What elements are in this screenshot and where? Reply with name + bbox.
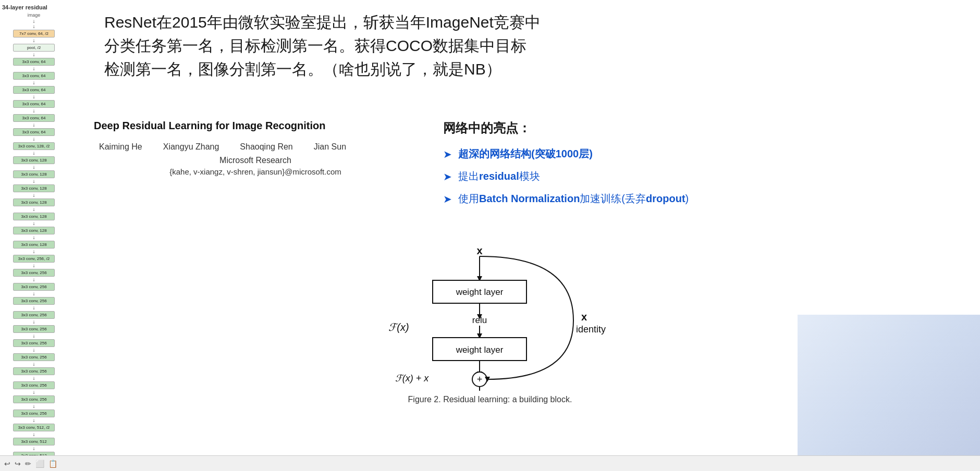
sidebar-arrow-25: ↓ xyxy=(13,376,55,381)
sidebar-block-23: 3x3 conv, 256 xyxy=(13,353,55,361)
svg-text:ℱ(x) + x: ℱ(x) + x xyxy=(395,373,430,383)
sidebar-arrow-23: ↓ xyxy=(13,348,55,353)
sidebar-arrow-5: ↓ xyxy=(13,94,55,100)
paper-authors: Kaiming He Xiangyu Zhang Shaoqing Ren Ji… xyxy=(94,142,417,152)
svg-text:ℱ(x): ℱ(x) xyxy=(388,321,409,333)
sidebar-block-17: 3x3 conv, 256 xyxy=(13,269,55,277)
sidebar-arrow-13: ↓ xyxy=(13,207,55,212)
sidebar-arrow-3: ↓ xyxy=(13,66,55,71)
residual-diagram: x weight layer relu weight layer xyxy=(344,245,636,391)
sidebar-block-24: 3x3 conv, 256 xyxy=(13,367,55,375)
svg-text:x: x xyxy=(581,311,587,323)
svg-text:weight layer: weight layer xyxy=(456,345,504,355)
sidebar-title: 34-layer residual xyxy=(2,4,66,10)
sidebar-block-27: 3x3 conv, 256 xyxy=(13,410,55,417)
main-content: ResNet在2015年由微软实验室提出，斩获当年ImageNet竞赛中 分类任… xyxy=(73,0,980,471)
sidebar-block-25: 3x3 conv, 256 xyxy=(13,381,55,389)
sidebar-block-14: 3x3 conv, 128 xyxy=(13,227,55,234)
toolbar-icon-5[interactable]: 📋 xyxy=(48,460,57,468)
sidebar-arrow-17: ↓ xyxy=(13,263,55,268)
sidebar-arrow-9: ↓ xyxy=(13,151,55,156)
header-line2: 分类任务第一名，目标检测第一名。获得COCO数据集中目标 xyxy=(104,34,824,57)
sidebar-block-9: 3x3 conv, 128 xyxy=(13,156,55,164)
toolbar-icon-4[interactable]: ⬜ xyxy=(35,460,44,468)
sidebar-block-0: 7x7 conv, 64, /2 xyxy=(13,30,55,38)
header-line3: 检测第一名，图像分割第一名。（啥也别说了，就是NB） xyxy=(104,57,824,81)
sidebar-block-19: 3x3 conv, 256 xyxy=(13,297,55,305)
sidebar-arrow-16: ↓ xyxy=(13,249,55,254)
sidebar-arrow-1: ↓ xyxy=(13,38,55,43)
sidebar-block-12: 3x3 conv, 128 xyxy=(13,199,55,206)
sidebar-arrow-29: ↓ xyxy=(13,432,55,437)
highlight-text-3: 使用Batch Normalization加速训练(丢弃dropout) xyxy=(458,192,689,206)
sidebar-arrow-21: ↓ xyxy=(13,319,55,325)
highlight-text-2: 提出residual模块 xyxy=(458,169,540,183)
toolbar-icon-1[interactable]: ↩ xyxy=(4,460,10,468)
paper-title: Deep Residual Learning for Image Recogni… xyxy=(94,120,417,132)
sidebar-arrow-28: ↓ xyxy=(13,418,55,423)
sidebar-arrow-18: ↓ xyxy=(13,277,55,282)
sidebar-block-16: 3x3 conv, 256, /2 xyxy=(13,255,55,263)
sidebar-block-6: 3x3 conv, 64 xyxy=(13,114,55,122)
author-2: Xiangyu Zhang xyxy=(163,142,219,152)
bottom-toolbar: ↩ ↪ ✏ ⬜ 📋 xyxy=(0,455,980,471)
sidebar-block-3: 3x3 conv, 64 xyxy=(13,72,55,80)
sidebar-block-20: 3x3 conv, 256 xyxy=(13,311,55,319)
sidebar-block-13: 3x3 conv, 128 xyxy=(13,213,55,220)
sidebar-arrow-8: ↓ xyxy=(13,137,55,142)
sidebar-arrow-20: ↓ xyxy=(13,305,55,311)
diagram-caption: Figure 2. Residual learning: a building … xyxy=(334,395,646,404)
sidebar-block-4: 3x3 conv, 64 xyxy=(13,86,55,94)
toolbar-icon-2[interactable]: ↪ xyxy=(15,460,21,468)
svg-text:relu: relu xyxy=(472,315,487,325)
author-3: Shaoqing Ren xyxy=(240,142,292,152)
sidebar-block-22: 3x3 conv, 256 xyxy=(13,339,55,347)
highlight-item-1: ➤ 超深的网络结构(突破1000层) xyxy=(443,147,970,161)
sidebar-block-28: 3x3 conv, 512, /2 xyxy=(13,424,55,431)
highlight-item-2: ➤ 提出residual模块 xyxy=(443,169,970,183)
paper-affiliation: Microsoft Research xyxy=(94,156,417,165)
sidebar-arrow-24: ↓ xyxy=(13,362,55,367)
header-text: ResNet在2015年由微软实验室提出，斩获当年ImageNet竞赛中 分类任… xyxy=(104,10,824,81)
diagram-container: x weight layer relu weight layer xyxy=(344,245,636,391)
sidebar: 34-layer residual image ↓ ↓7x7 conv, 64,… xyxy=(0,0,68,471)
diagram-section: x weight layer relu weight layer xyxy=(334,245,646,404)
paper-section: Deep Residual Learning for Image Recogni… xyxy=(94,120,417,176)
sidebar-block-26: 3x3 conv, 256 xyxy=(13,395,55,403)
sidebar-image-label: image xyxy=(2,13,66,18)
paper-email: {kahe, v-xiangz, v-shren, jiansun}@micro… xyxy=(94,167,417,176)
sidebar-arrow-12: ↓ xyxy=(13,193,55,198)
sidebar-arrow-2: ↓ xyxy=(13,52,55,57)
highlights-section: 网络中的亮点： ➤ 超深的网络结构(突破1000层) ➤ 提出residual模… xyxy=(443,120,970,214)
sidebar-block-7: 3x3 conv, 64 xyxy=(13,128,55,136)
svg-text:+: + xyxy=(477,374,483,385)
sidebar-arrow-26: ↓ xyxy=(13,390,55,395)
sidebar-block-8: 3x3 conv, 128, /2 xyxy=(13,142,55,150)
sidebar-arrow-19: ↓ xyxy=(13,291,55,296)
sidebar-blocks: ↓7x7 conv, 64, /2↓pool, /2↓3x3 conv, 64↓… xyxy=(2,24,66,471)
sidebar-arrow-15: ↓ xyxy=(13,235,55,240)
svg-text:weight layer: weight layer xyxy=(456,287,504,297)
sidebar-block-2: 3x3 conv, 64 xyxy=(13,58,55,66)
sidebar-block-10: 3x3 conv, 128 xyxy=(13,170,55,178)
sidebar-block-1: pool, /2 xyxy=(13,44,55,52)
toolbar-icon-3[interactable]: ✏ xyxy=(25,460,31,468)
sidebar-arrow-7: ↓ xyxy=(13,122,55,128)
svg-text:x: x xyxy=(476,245,482,256)
sidebar-arrow-30: ↓ xyxy=(13,446,55,451)
highlight-arrow-3: ➤ xyxy=(443,193,452,205)
sidebar-arrow-14: ↓ xyxy=(13,221,55,226)
author-4: Jian Sun xyxy=(314,142,346,152)
sidebar-arrow-0: ↓ xyxy=(13,24,55,29)
background-decoration xyxy=(798,315,980,471)
sidebar-block-15: 3x3 conv, 128 xyxy=(13,241,55,249)
sidebar-arrow-6: ↓ xyxy=(13,108,55,114)
sidebar-arrow-27: ↓ xyxy=(13,404,55,409)
sidebar-arrow-11: ↓ xyxy=(13,179,55,184)
sidebar-block-11: 3x3 conv, 128 xyxy=(13,184,55,192)
sidebar-block-21: 3x3 conv, 256 xyxy=(13,325,55,333)
author-1: Kaiming He xyxy=(99,142,142,152)
sidebar-arrow-10: ↓ xyxy=(13,165,55,170)
highlight-text-1: 超深的网络结构(突破1000层) xyxy=(458,147,593,161)
sidebar-block-18: 3x3 conv, 256 xyxy=(13,283,55,291)
